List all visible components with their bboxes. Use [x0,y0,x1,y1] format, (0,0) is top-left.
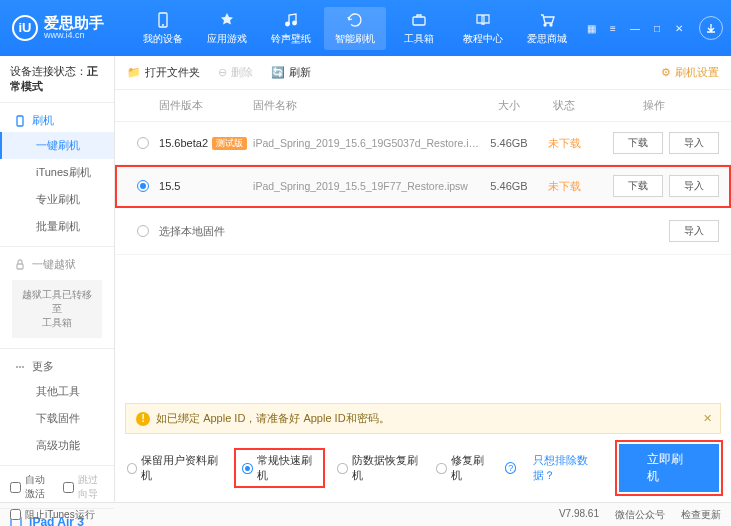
check-update-link[interactable]: 检查更新 [681,508,721,522]
sidebar-item-othertools[interactable]: 其他工具 [0,378,114,405]
svg-point-11 [22,366,24,368]
app-logo: iU 爱思助手 www.i4.cn [8,15,104,41]
app-subtitle: www.i4.cn [44,31,104,41]
close-button[interactable]: ✕ [669,20,689,36]
folder-icon: 📁 [127,66,141,79]
skip-guide-checkbox[interactable] [63,482,74,493]
nav-ringtones[interactable]: 铃声壁纸 [260,7,322,50]
main-panel: 📁打开文件夹 ⊖删除 🔄刷新 ⚙刷机设置 固件版本 固件名称 大小 状态 操作 … [115,56,731,502]
firmware-table-header: 固件版本 固件名称 大小 状态 操作 [115,90,731,122]
nav-tutorials[interactable]: 教程中心 [452,7,514,50]
auto-activate-checkbox[interactable] [10,482,21,493]
device-icon [154,11,172,29]
menu-icon[interactable]: ▦ [581,20,601,36]
mode-keep-data[interactable]: 保留用户资料刷机 [127,453,222,483]
firmware-name: iPad_Spring_2019_15.5_19F77_Restore.ipsw [253,180,479,192]
refresh-icon: 🔄 [271,66,285,79]
svg-point-10 [19,366,21,368]
download-indicator-icon[interactable] [699,16,723,40]
nav-apps[interactable]: 应用游戏 [196,7,258,50]
import-local-button[interactable]: 导入 [669,220,719,242]
beta-badge: 测试版 [212,137,247,150]
svg-rect-8 [17,264,23,269]
svg-point-6 [550,24,552,26]
nav-store[interactable]: 爱思商城 [516,7,578,50]
svg-point-9 [16,366,18,368]
sidebar-item-pro[interactable]: 专业刷机 [0,186,114,213]
logo-icon: iU [12,15,38,41]
wechat-link[interactable]: 微信公众号 [615,508,665,522]
delete-icon: ⊖ [218,66,227,79]
maximize-button[interactable]: □ [647,20,667,36]
jailbreak-note: 越狱工具已转移至 工具箱 [12,280,102,338]
music-icon [282,11,300,29]
sidebar-flash-header[interactable]: 刷机 [0,109,114,132]
radio-selected[interactable] [137,180,149,192]
lock-icon [14,259,26,271]
book-icon [474,11,492,29]
svg-point-5 [544,24,546,26]
svg-point-3 [293,21,297,25]
flash-icon [346,11,364,29]
auto-activate-label: 自动激活 [25,473,51,501]
nav-toolbox[interactable]: 工具箱 [388,7,450,50]
svg-rect-4 [413,17,425,25]
radio-unselected[interactable] [137,137,149,149]
flash-settings-button[interactable]: ⚙刷机设置 [661,65,719,80]
block-itunes-checkbox[interactable] [10,509,21,520]
window-controls: ▦ ≡ — □ ✕ [581,16,723,40]
cart-icon [538,11,556,29]
warning-icon: ! [136,412,150,426]
firmware-name: iPad_Spring_2019_15.6_19G5037d_Restore.i… [253,137,479,149]
toolbox-icon [410,11,428,29]
exclude-data-link[interactable]: 只想排除数据？ [533,453,604,483]
refresh-button[interactable]: 🔄刷新 [271,65,311,80]
connection-status: 设备连接状态：正常模式 [0,56,114,102]
svg-rect-7 [17,116,23,126]
version-label: V7.98.61 [559,508,599,522]
mode-anti-recover[interactable]: 防数据恢复刷机 [337,453,422,483]
sidebar-jailbreak-header[interactable]: 一键越狱 [0,253,114,276]
app-title: 爱思助手 [44,15,104,32]
import-button[interactable]: 导入 [669,175,719,197]
import-button[interactable]: 导入 [669,132,719,154]
info-icon[interactable]: ? [505,462,516,474]
more-icon [14,361,26,373]
sidebar-item-download-fw[interactable]: 下载固件 [0,405,114,432]
minimize-button[interactable]: — [625,20,645,36]
sidebar-item-batch[interactable]: 批量刷机 [0,213,114,240]
download-button[interactable]: 下载 [613,175,663,197]
main-nav: 我的设备 应用游戏 铃声壁纸 智能刷机 工具箱 教程中心 爱思商城 [132,7,578,50]
sidebar-more-header[interactable]: 更多 [0,355,114,378]
mode-quick[interactable]: 常规快速刷机 [236,450,323,486]
mode-repair[interactable]: 修复刷机 [436,453,491,483]
firmware-row[interactable]: 15.6beta2测试版 iPad_Spring_2019_15.6_19G50… [115,122,731,165]
firmware-row-selected[interactable]: 15.5 iPad_Spring_2019_15.5_19F77_Restore… [115,165,731,208]
skip-guide-label: 跳过向导 [78,473,104,501]
sidebar-item-itunes[interactable]: iTunes刷机 [0,159,114,186]
lines-icon[interactable]: ≡ [603,20,623,36]
svg-point-2 [286,22,290,26]
flash-group-icon [14,115,26,127]
flash-now-button[interactable]: 立即刷机 [619,444,719,492]
flash-mode-bar: 保留用户资料刷机 常规快速刷机 防数据恢复刷机 修复刷机 ? 只想排除数据？ 立… [115,434,731,502]
sidebar: 设备连接状态：正常模式 刷机 一键刷机 iTunes刷机 专业刷机 批量刷机 一… [0,56,115,502]
sidebar-item-oneclick[interactable]: 一键刷机 [0,132,114,159]
local-firmware-row[interactable]: 选择本地固件 导入 [115,208,731,255]
warning-close-button[interactable]: ✕ [703,412,712,425]
apps-icon [218,11,236,29]
nav-flash[interactable]: 智能刷机 [324,7,386,50]
warning-bar: ! 如已绑定 Apple ID，请准备好 Apple ID和密码。 ✕ [125,403,721,434]
download-button[interactable]: 下载 [613,132,663,154]
delete-button[interactable]: ⊖删除 [218,65,253,80]
open-folder-button[interactable]: 📁打开文件夹 [127,65,200,80]
radio-local[interactable] [137,225,149,237]
nav-my-device[interactable]: 我的设备 [132,7,194,50]
gear-icon: ⚙ [661,66,671,79]
sidebar-item-advanced[interactable]: 高级功能 [0,432,114,459]
